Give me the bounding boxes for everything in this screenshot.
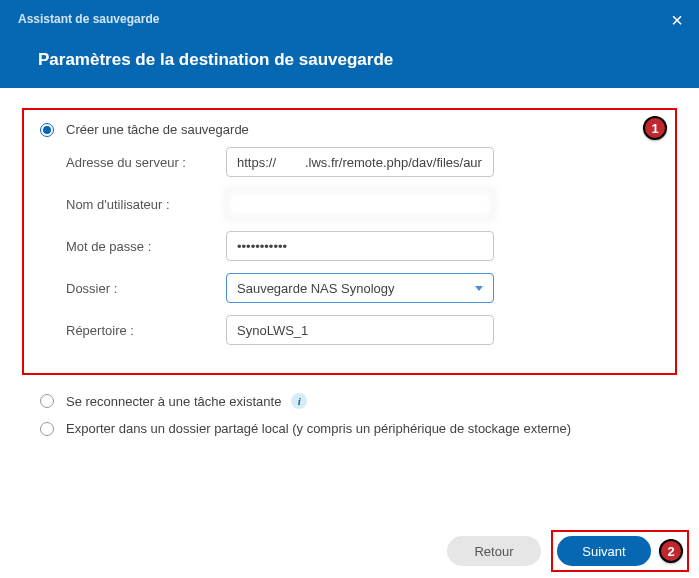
folder-label: Dossier : [66, 281, 226, 296]
content-area: 1 Créer une tâche de sauvegarde Adresse … [0, 88, 699, 442]
directory-input[interactable] [226, 315, 494, 345]
password-input[interactable] [226, 231, 494, 261]
info-icon[interactable]: i [291, 393, 307, 409]
directory-label: Répertoire : [66, 323, 226, 338]
chevron-down-icon [475, 286, 483, 291]
password-label: Mot de passe : [66, 239, 226, 254]
assistant-title: Assistant de sauvegarde [18, 12, 681, 26]
radio-export-label: Exporter dans un dossier partagé local (… [66, 421, 571, 436]
username-input[interactable] [226, 189, 494, 219]
close-icon[interactable]: × [671, 10, 683, 30]
folder-select[interactable]: Sauvegarde NAS Synology [226, 273, 494, 303]
annotation-badge-1: 1 [643, 116, 667, 140]
server-address-input[interactable] [226, 147, 494, 177]
radio-create-task[interactable]: Créer une tâche de sauvegarde [40, 122, 659, 137]
next-button-highlight: Suivant 2 [551, 530, 689, 572]
radio-icon [40, 394, 54, 408]
username-label: Nom d'utilisateur : [66, 197, 226, 212]
create-task-option-box: 1 Créer une tâche de sauvegarde Adresse … [22, 108, 677, 375]
wizard-header: Assistant de sauvegarde Paramètres de la… [0, 0, 699, 88]
create-task-form: Adresse du serveur : Nom d'utilisateur :… [66, 147, 659, 345]
radio-create-label: Créer une tâche de sauvegarde [66, 122, 249, 137]
next-button[interactable]: Suivant [557, 536, 651, 566]
back-button[interactable]: Retour [447, 536, 541, 566]
radio-reconnect-label: Se reconnecter à une tâche existante [66, 394, 281, 409]
wizard-footer: Retour Suivant 2 [447, 530, 689, 572]
radio-export-local[interactable]: Exporter dans un dossier partagé local (… [22, 415, 677, 442]
radio-reconnect-task[interactable]: Se reconnecter à une tâche existante i [22, 387, 677, 415]
page-title: Paramètres de la destination de sauvegar… [38, 50, 681, 70]
server-address-label: Adresse du serveur : [66, 155, 226, 170]
radio-icon [40, 123, 54, 137]
folder-select-value: Sauvegarde NAS Synology [237, 281, 395, 296]
annotation-badge-2: 2 [659, 539, 683, 563]
radio-icon [40, 422, 54, 436]
